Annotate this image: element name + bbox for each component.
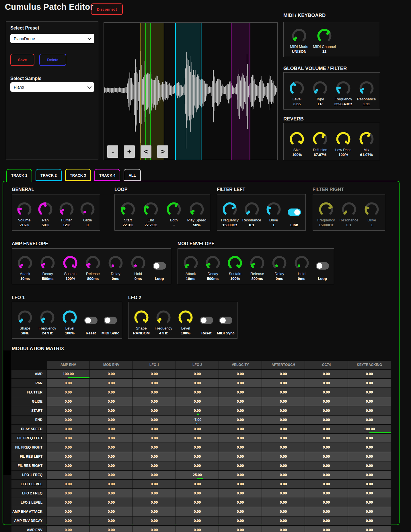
matrix-cell-fil-res-right-aftertouch[interactable]: 0.00 — [262, 461, 305, 470]
matrix-cell-lfo-1-level-cc74[interactable]: 0.00 — [305, 480, 348, 488]
matrix-cell-fil-res-right-keytracking[interactable]: 0.00 — [348, 461, 391, 470]
matrix-cell-lfo-2-freq-lfo-2[interactable]: 0.00 — [176, 489, 219, 498]
matrix-cell-flutter-velocity[interactable]: 0.00 — [219, 388, 262, 397]
matrix-cell-fil-res-right-cc74[interactable]: 0.00 — [305, 461, 348, 470]
matrix-cell-fil-freq-left-cc74[interactable]: 0.00 — [305, 434, 348, 443]
matrix-cell-pan-mod-env[interactable]: 0.00 — [90, 379, 133, 387]
matrix-cell-amp-env-attack-velocity[interactable]: 0.00 — [219, 507, 262, 516]
delete-button[interactable]: Delete — [39, 54, 66, 66]
matrix-cell-fil-res-right-amp-env[interactable]: 0.00 — [47, 461, 89, 470]
matrix-cell-pan-amp-env[interactable]: 0.00 — [47, 379, 89, 387]
tab-track-3[interactable]: TRACK 3 — [65, 169, 91, 181]
matrix-cell-fil-freq-right-mod-env[interactable]: 0.00 — [90, 443, 133, 452]
matrix-cell-pan-lfo-1[interactable]: 0.00 — [133, 379, 176, 387]
matrix-cell-play-speed-velocity[interactable]: 0.00 — [219, 425, 262, 433]
matrix-cell-pan-lfo-2[interactable]: 0.00 — [176, 379, 219, 387]
matrix-cell-amp-env-sustain-mod-env[interactable]: 0.00 — [90, 526, 133, 532]
matrix-cell-fil-freq-right-amp-env[interactable]: 0.00 — [47, 443, 89, 452]
matrix-cell-amp-velocity[interactable]: 0.00 — [219, 370, 262, 378]
matrix-cell-flutter-keytracking[interactable]: 0.00 — [348, 388, 391, 397]
matrix-cell-fil-freq-left-aftertouch[interactable]: 0.00 — [262, 434, 305, 443]
matrix-cell-lfo-1-level-lfo-2[interactable]: 0.00 — [176, 480, 219, 488]
matrix-cell-play-speed-mod-env[interactable]: 0.00 — [90, 425, 133, 433]
matrix-cell-fil-res-left-keytracking[interactable]: 0.00 — [348, 452, 391, 461]
matrix-cell-fil-freq-left-lfo-2[interactable]: 0.00 — [176, 434, 219, 443]
tab-track-4[interactable]: TRACK 4 — [94, 169, 120, 181]
matrix-cell-glide-velocity[interactable]: 0.00 — [219, 397, 262, 406]
matrix-cell-play-speed-amp-env[interactable]: 0.00 — [47, 425, 89, 433]
matrix-cell-lfo-1-level-lfo-1[interactable]: 0.00 — [133, 480, 176, 488]
matrix-cell-lfo-2-level-keytracking[interactable]: 0.00 — [348, 498, 391, 507]
matrix-cell-glide-mod-env[interactable]: 0.00 — [90, 397, 133, 406]
matrix-cell-glide-aftertouch[interactable]: 0.00 — [262, 397, 305, 406]
matrix-cell-amp-env-decay-velocity[interactable]: 0.00 — [219, 517, 262, 525]
sample-select[interactable]: Piano — [10, 82, 94, 92]
knob-low-pass[interactable]: Low Pass100% — [332, 131, 355, 157]
matrix-cell-amp-env-decay-mod-env[interactable]: 0.00 — [90, 517, 133, 525]
matrix-cell-lfo-1-freq-lfo-2[interactable]: 25.00 — [176, 471, 219, 479]
matrix-cell-flutter-lfo-1[interactable]: 0.00 — [133, 388, 176, 397]
matrix-cell-amp-lfo-2[interactable]: 0.00 — [176, 370, 219, 378]
matrix-cell-amp-env-attack-amp-env[interactable]: 0.00 — [47, 507, 89, 516]
matrix-cell-amp-env-sustain-aftertouch[interactable]: 0.00 — [262, 526, 305, 532]
matrix-cell-fil-freq-right-lfo-2[interactable]: 0.00 — [176, 443, 219, 452]
matrix-cell-fil-res-left-amp-env[interactable]: 0.00 — [47, 452, 89, 461]
matrix-cell-start-lfo-2[interactable]: 9.00 — [176, 406, 219, 415]
scroll-right-button[interactable]: > — [157, 145, 168, 158]
matrix-cell-lfo-2-level-mod-env[interactable]: 0.00 — [90, 498, 133, 507]
knob-midi-channel[interactable]: MIDI Channel12 — [312, 28, 337, 54]
knob-resonance[interactable]: Resonance1.11 — [355, 81, 378, 106]
matrix-cell-flutter-cc74[interactable]: 0.00 — [305, 388, 348, 397]
knob-mix[interactable]: Mix61.07% — [355, 131, 378, 157]
matrix-cell-fil-res-right-lfo-1[interactable]: 0.00 — [133, 461, 176, 470]
tab-track-2[interactable]: TRACK 2 — [36, 169, 61, 181]
matrix-cell-lfo-1-freq-aftertouch[interactable]: 0.00 — [262, 471, 305, 479]
matrix-cell-lfo-1-level-aftertouch[interactable]: 0.00 — [262, 480, 305, 488]
matrix-cell-play-speed-cc74[interactable]: 0.00 — [305, 425, 348, 433]
matrix-cell-lfo-1-level-velocity[interactable]: 0.00 — [219, 480, 262, 488]
matrix-cell-amp-env-sustain-velocity[interactable]: 0.00 — [219, 526, 262, 532]
matrix-cell-fil-res-right-velocity[interactable]: 0.00 — [219, 461, 262, 470]
matrix-cell-lfo-2-freq-mod-env[interactable]: 0.00 — [90, 489, 133, 498]
matrix-cell-amp-amp-env[interactable]: 100.00 — [47, 370, 89, 378]
matrix-cell-fil-res-left-lfo-1[interactable]: 0.00 — [133, 452, 176, 461]
matrix-cell-flutter-lfo-2[interactable]: 0.00 — [176, 388, 219, 397]
zoom-in-button[interactable]: + — [124, 145, 135, 158]
matrix-cell-amp-lfo-1[interactable]: 0.00 — [133, 370, 176, 378]
matrix-cell-pan-cc74[interactable]: 0.00 — [305, 379, 348, 387]
tab-all[interactable]: ALL — [124, 169, 141, 181]
matrix-cell-start-keytracking[interactable]: 0.00 — [348, 406, 391, 415]
matrix-cell-amp-aftertouch[interactable]: 0.00 — [262, 370, 305, 378]
matrix-cell-fil-freq-left-velocity[interactable]: 0.00 — [219, 434, 262, 443]
matrix-cell-fil-freq-left-lfo-1[interactable]: 0.00 — [133, 434, 176, 443]
matrix-cell-amp-env-decay-lfo-1[interactable]: 0.00 — [133, 517, 176, 525]
matrix-cell-play-speed-lfo-1[interactable]: 0.00 — [133, 425, 176, 433]
matrix-cell-start-aftertouch[interactable]: 0.00 — [262, 406, 305, 415]
matrix-cell-lfo-2-level-aftertouch[interactable]: 0.00 — [262, 498, 305, 507]
matrix-cell-flutter-amp-env[interactable]: 0.00 — [47, 388, 89, 397]
matrix-cell-play-speed-aftertouch[interactable]: 0.00 — [262, 425, 305, 433]
matrix-cell-start-velocity[interactable]: 0.00 — [219, 406, 262, 415]
knob-type[interactable]: TypeLP — [309, 81, 332, 106]
matrix-cell-amp-env-attack-mod-env[interactable]: 0.00 — [90, 507, 133, 516]
matrix-cell-end-lfo-2[interactable]: -7.00 — [176, 416, 219, 424]
matrix-cell-lfo-2-freq-aftertouch[interactable]: 0.00 — [262, 489, 305, 498]
matrix-cell-amp-env-attack-lfo-2[interactable]: 0.00 — [176, 507, 219, 516]
tab-track-1[interactable]: TRACK 1 — [6, 169, 32, 182]
matrix-cell-lfo-1-freq-lfo-1[interactable]: 0.00 — [133, 471, 176, 479]
matrix-cell-lfo-2-level-velocity[interactable]: 0.00 — [219, 498, 262, 507]
matrix-cell-end-cc74[interactable]: 0.00 — [305, 416, 348, 424]
matrix-cell-fil-freq-right-cc74[interactable]: 0.00 — [305, 443, 348, 452]
matrix-cell-play-speed-lfo-2[interactable]: 0.00 — [176, 425, 219, 433]
matrix-cell-amp-env-decay-amp-env[interactable]: 0.00 — [47, 517, 89, 525]
matrix-cell-start-mod-env[interactable]: 0.00 — [90, 406, 133, 415]
knob-diffusion[interactable]: Diffusion67.87% — [309, 131, 332, 157]
matrix-cell-lfo-2-freq-lfo-1[interactable]: 0.00 — [133, 489, 176, 498]
matrix-cell-fil-res-left-aftertouch[interactable]: 0.00 — [262, 452, 305, 461]
matrix-cell-fil-res-left-mod-env[interactable]: 0.00 — [90, 452, 133, 461]
matrix-cell-lfo-1-freq-keytracking[interactable]: 0.00 — [348, 471, 391, 479]
knob-level[interactable]: Level3.65 — [285, 81, 308, 106]
matrix-cell-fil-freq-right-lfo-1[interactable]: 0.00 — [133, 443, 176, 452]
matrix-cell-lfo-1-freq-velocity[interactable]: 0.00 — [219, 471, 262, 479]
matrix-cell-amp-env-attack-cc74[interactable]: 0.00 — [305, 507, 348, 516]
